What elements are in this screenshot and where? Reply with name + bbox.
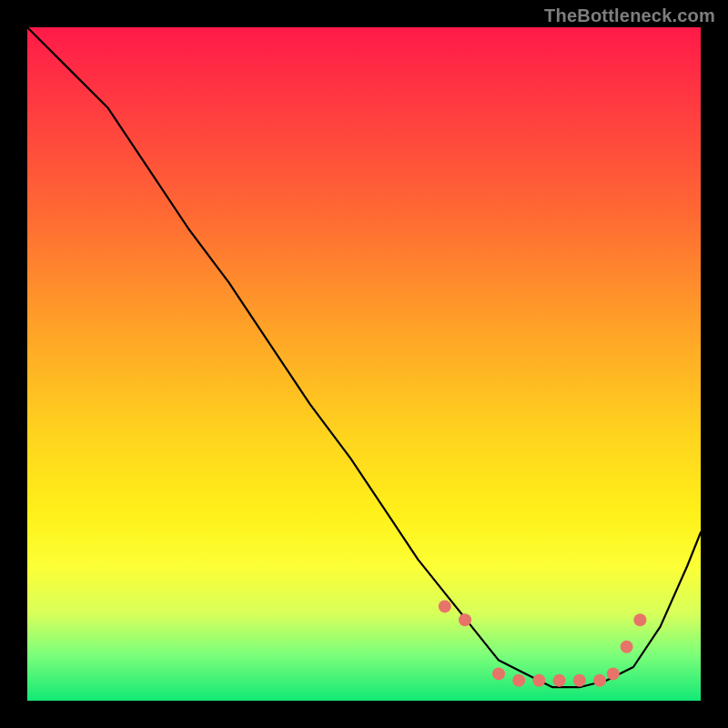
data-marker <box>439 600 451 612</box>
marker-group <box>439 600 647 686</box>
data-marker <box>621 641 633 653</box>
data-marker <box>492 667 505 680</box>
chart-overlay <box>27 27 701 701</box>
chart-stage: TheBottleneck.com <box>0 0 728 728</box>
watermark-text: TheBottleneck.com <box>544 5 715 26</box>
data-marker <box>512 674 525 687</box>
data-marker <box>459 613 471 626</box>
data-marker <box>553 674 566 687</box>
bottleneck-curve <box>27 27 701 687</box>
data-marker <box>633 613 646 626</box>
data-marker <box>532 674 545 687</box>
data-marker <box>607 667 620 680</box>
data-marker <box>593 674 606 687</box>
data-marker <box>573 674 586 687</box>
